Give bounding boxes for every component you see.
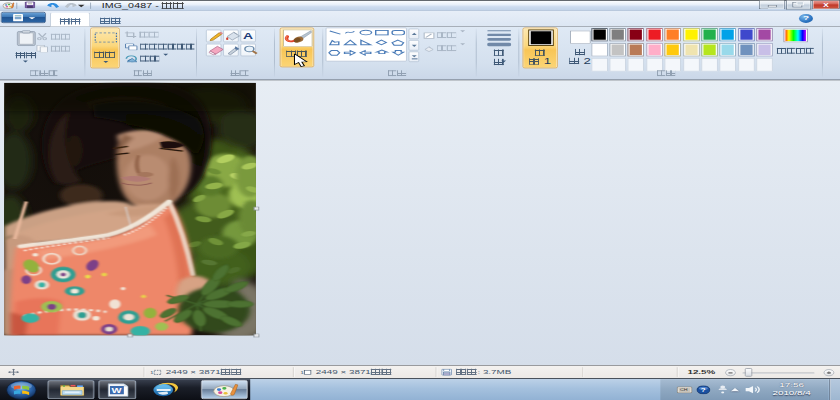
svg-text:W: W — [112, 387, 123, 395]
svg-text:?: ? — [701, 387, 706, 392]
svg-text:CH: CH — [680, 388, 688, 392]
svg-text:1: 1 — [300, 370, 304, 375]
svg-text:1: 1 — [150, 370, 154, 375]
